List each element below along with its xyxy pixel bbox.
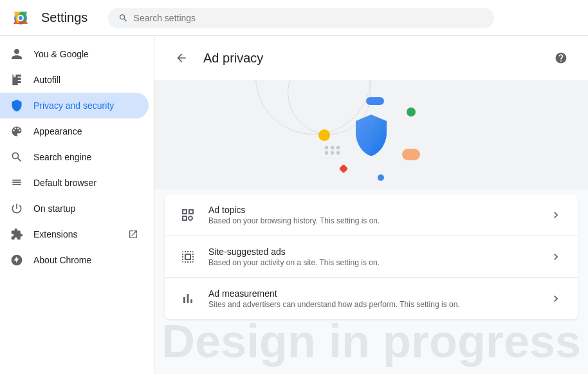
ad-topics-icon: [180, 207, 196, 223]
person-icon: [10, 48, 23, 61]
dot-peach: [402, 149, 420, 160]
chevron-right-icon-ad-measurement: [549, 292, 562, 305]
sidebar-item-search-engine[interactable]: Search engine: [0, 144, 149, 170]
chevron-right-icon-site-ads: [549, 250, 562, 263]
settings-item-desc-site-ads: Based on your activity on a site. This s…: [208, 258, 537, 267]
sidebar-item-label: Extensions: [33, 229, 77, 239]
sidebar-item-appearance[interactable]: Appearance: [0, 118, 149, 144]
browser-icon: [10, 176, 23, 189]
dot-yellow: [318, 129, 330, 141]
sidebar-item-label: Default browser: [33, 178, 96, 188]
sidebar-item-privacy-security[interactable]: Privacy and security: [0, 93, 149, 118]
page-header-left: Ad privacy: [170, 46, 263, 70]
autofill-icon: [10, 73, 23, 86]
sidebar-item-you-google[interactable]: You & Google: [0, 41, 149, 67]
sidebar: You & Google Autofill Privacy and securi…: [0, 36, 154, 374]
page-title: Ad privacy: [203, 51, 263, 66]
settings-item-site-suggested-ads[interactable]: Site-suggested ads Based on your activit…: [165, 236, 578, 278]
site-ads-icon: [180, 249, 196, 265]
dot-red: [339, 164, 348, 173]
sidebar-item-default-browser[interactable]: Default browser: [0, 170, 149, 196]
search-bar: [108, 8, 494, 28]
chevron-right-icon-ad-topics: [549, 209, 562, 221]
sidebar-item-about-chrome[interactable]: About Chrome: [0, 247, 149, 273]
settings-list: Ad topics Based on your browsing history…: [165, 194, 578, 319]
puzzle-icon: [10, 228, 23, 241]
content-area: Ad privacy: [154, 36, 588, 374]
chrome-logo-icon: [10, 8, 31, 28]
settings-item-text-ad-measurement: Ad measurement Sites and advertisers can…: [208, 288, 537, 309]
sidebar-item-autofill[interactable]: Autofill: [0, 67, 149, 93]
help-button[interactable]: [549, 46, 573, 70]
settings-item-title-ad-measurement: Ad measurement: [208, 288, 537, 299]
search-icon: [118, 13, 128, 23]
back-arrow-icon: [175, 51, 188, 64]
sidebar-item-label: You & Google: [33, 49, 89, 59]
settings-item-desc-ad-topics: Based on your browsing history. This set…: [208, 216, 537, 225]
sidebar-item-extensions[interactable]: Extensions: [0, 221, 149, 247]
chrome-icon: [10, 254, 23, 266]
chart-icon: [180, 291, 196, 306]
hero-banner: [154, 80, 588, 189]
sidebar-item-on-startup[interactable]: On startup: [0, 196, 149, 221]
settings-item-ad-topics[interactable]: Ad topics Based on your browsing history…: [165, 194, 578, 236]
appearance-icon: [10, 125, 23, 138]
dot-blue-pill: [366, 97, 384, 105]
page-header: Ad privacy: [154, 36, 588, 80]
search-engine-icon: [10, 151, 23, 164]
dot-blue-small: [378, 174, 384, 181]
settings-item-desc-ad-measurement: Sites and advertisers can understand how…: [208, 300, 537, 309]
settings-item-ad-measurement[interactable]: Ad measurement Sites and advertisers can…: [165, 278, 578, 319]
watermark: Design in progress: [154, 315, 588, 368]
startup-icon: [10, 202, 23, 215]
app-title: Settings: [41, 10, 87, 25]
shield-icon-main: [353, 113, 389, 156]
settings-item-text-site-ads: Site-suggested ads Based on your activit…: [208, 247, 537, 267]
dot-grid: [325, 146, 340, 154]
settings-item-text-ad-topics: Ad topics Based on your browsing history…: [208, 205, 537, 225]
sidebar-item-label: On startup: [33, 203, 75, 214]
sidebar-item-label: Appearance: [33, 126, 82, 136]
settings-item-title-ad-topics: Ad topics: [208, 205, 537, 215]
main-layout: You & Google Autofill Privacy and securi…: [0, 36, 588, 374]
external-link-icon: [128, 229, 138, 239]
help-icon: [555, 51, 567, 64]
search-input[interactable]: [134, 13, 484, 23]
shield-illustration: [307, 89, 436, 180]
dot-green: [407, 108, 416, 117]
settings-item-title-site-ads: Site-suggested ads: [208, 247, 537, 257]
sidebar-item-label: Privacy and security: [33, 100, 114, 111]
shield-icon: [10, 99, 23, 112]
sidebar-item-label: Autofill: [33, 75, 60, 85]
back-button[interactable]: [170, 46, 193, 70]
sidebar-item-label: Search engine: [33, 152, 91, 162]
app-header: Settings: [0, 0, 588, 36]
sidebar-item-label: About Chrome: [33, 255, 91, 265]
svg-point-3: [19, 16, 23, 20]
